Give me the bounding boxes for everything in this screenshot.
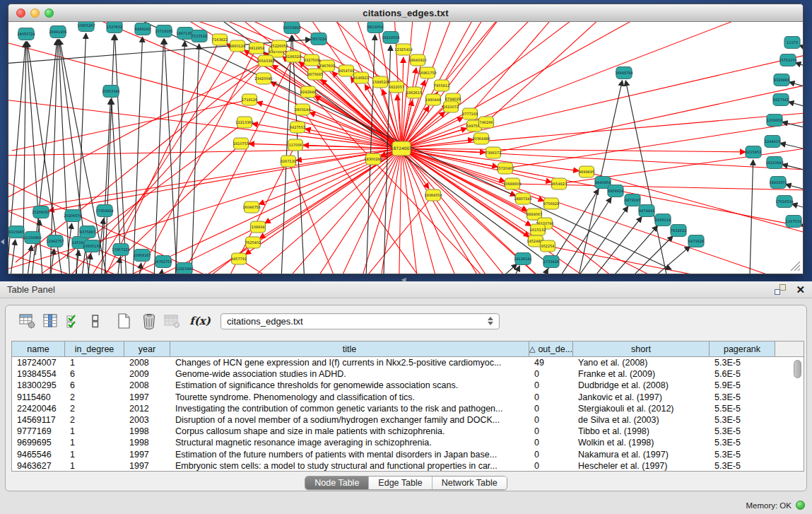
- cell-in-degree[interactable]: 1: [65, 460, 124, 472]
- cell-title[interactable]: Disruption of a novel member of a sodium…: [170, 414, 529, 426]
- column-header-name[interactable]: name: [12, 341, 65, 356]
- cell-year[interactable]: 2012: [124, 403, 170, 414]
- cell-title[interactable]: Corpus callosum shape and size in male p…: [170, 426, 529, 437]
- table-panel-titlebar[interactable]: Table Panel ✕: [0, 281, 812, 298]
- cell-name[interactable]: 9115460: [12, 392, 65, 403]
- cell-year[interactable]: 2009: [124, 368, 170, 380]
- table-row[interactable]: 911546021997Tourette syndrome. Phenomeno…: [12, 392, 804, 403]
- delete-trash-button[interactable]: [139, 311, 160, 331]
- vertical-scrollbar-thumb[interactable]: [794, 360, 801, 378]
- cell-in-degree[interactable]: 6: [65, 380, 124, 391]
- cell-in-degree[interactable]: 1: [65, 357, 124, 368]
- cell-in-degree[interactable]: 2: [65, 403, 124, 414]
- cell-in-degree[interactable]: 1: [65, 426, 124, 437]
- cell-title[interactable]: Structural magnetic resonance image aver…: [170, 437, 529, 448]
- cell-name[interactable]: 22420046: [12, 403, 65, 414]
- cell-name[interactable]: 18724007: [12, 357, 65, 368]
- cell-short[interactable]: Yano et al. (2008): [573, 357, 710, 368]
- cell-in-degree[interactable]: 2: [65, 414, 124, 426]
- select-columns-button[interactable]: [40, 311, 61, 331]
- cell-name[interactable]: 19384554: [12, 368, 65, 380]
- table-row[interactable]: 1830029562008Estimation of significance …: [12, 380, 804, 391]
- table-row[interactable]: 1872400712008Changes of HCN gene express…: [12, 357, 804, 368]
- cell-year[interactable]: 2008: [124, 357, 170, 368]
- cell-pagerank[interactable]: 5.6E-5: [710, 368, 775, 380]
- cell-pagerank[interactable]: 5.5E-5: [710, 403, 775, 414]
- cell-in-degree[interactable]: 1: [65, 449, 124, 460]
- cell-short[interactable]: Dudbridge et al. (2008): [573, 380, 710, 391]
- cell-short[interactable]: Franke et al. (2009): [573, 368, 710, 380]
- minimize-window-icon[interactable]: [30, 8, 40, 18]
- table-row[interactable]: 946554611997Estimation of the future num…: [12, 449, 804, 460]
- close-panel-icon[interactable]: ✕: [796, 284, 805, 295]
- function-builder-button[interactable]: f(x): [189, 311, 211, 331]
- cell-year[interactable]: 1998: [124, 437, 170, 448]
- cell-year[interactable]: 2003: [124, 414, 170, 426]
- cell-title[interactable]: Estimation of the future numbers of pati…: [170, 449, 529, 460]
- cell-year[interactable]: 1998: [124, 426, 170, 437]
- cell-short[interactable]: Tibbo et al. (1998): [573, 426, 710, 437]
- cell-out-de-[interactable]: 0: [529, 392, 573, 403]
- table-settings-button[interactable]: [17, 311, 38, 331]
- cell-title[interactable]: Estimation of significance thresholds fo…: [170, 380, 529, 391]
- column-header-pagerank[interactable]: pagerank: [710, 341, 775, 356]
- cell-out-de-[interactable]: 49: [529, 357, 573, 368]
- tab-edge-table[interactable]: Edge Table: [369, 477, 432, 489]
- column-header-out-de-[interactable]: △out_de...: [529, 341, 573, 356]
- cell-name[interactable]: 9777169: [12, 426, 65, 437]
- cell-short[interactable]: Nakamura et al. (1997): [573, 449, 710, 460]
- cell-out-de-[interactable]: 0: [529, 460, 573, 472]
- cell-out-de-[interactable]: 0: [529, 449, 573, 460]
- panel-collapse-arrow-icon[interactable]: [1, 239, 4, 245]
- delete-table-button-disabled[interactable]: [161, 311, 182, 331]
- cell-short[interactable]: de Silva et al. (2003): [573, 414, 710, 426]
- float-panel-icon[interactable]: [775, 284, 786, 295]
- new-table-button[interactable]: [113, 311, 134, 331]
- cell-short[interactable]: Wolkin et al. (1998): [573, 437, 710, 448]
- rows-button[interactable]: [85, 311, 106, 331]
- cell-title[interactable]: Changes of HCN gene expression and I(f) …: [170, 357, 529, 368]
- table-row[interactable]: 2242004622012Investigating the contribut…: [12, 403, 804, 414]
- column-header-title[interactable]: title: [170, 341, 529, 356]
- cell-out-de-[interactable]: 0: [529, 437, 573, 448]
- cell-in-degree[interactable]: 1: [65, 437, 124, 448]
- cell-pagerank[interactable]: 5.9E-5: [710, 380, 775, 391]
- cell-short[interactable]: Jankovic et al. (1997): [573, 392, 710, 403]
- cell-pagerank[interactable]: 5.3E-5: [710, 414, 775, 426]
- cell-short[interactable]: Stergiakouli et al. (2012): [573, 403, 710, 414]
- cell-out-de-[interactable]: 0: [529, 368, 573, 380]
- column-header-in-degree[interactable]: in_degree: [65, 341, 124, 356]
- zoom-window-icon[interactable]: [45, 8, 54, 18]
- table-selector[interactable]: citations_edges.txt: [220, 313, 500, 329]
- table-row[interactable]: 946362711997Embryonic stem cells: a mode…: [12, 460, 804, 472]
- cell-name[interactable]: 18300295: [12, 380, 65, 391]
- cell-pagerank[interactable]: 5.3E-5: [710, 460, 775, 472]
- cell-pagerank[interactable]: 5.3E-5: [710, 357, 775, 368]
- cell-out-de-[interactable]: 0: [529, 380, 573, 391]
- window-titlebar[interactable]: citations_edges.txt: [8, 4, 803, 22]
- cell-out-de-[interactable]: 0: [529, 426, 573, 437]
- cell-in-degree[interactable]: 6: [65, 368, 124, 380]
- tab-node-table[interactable]: Node Table: [305, 477, 369, 489]
- cell-title[interactable]: Genome-wide association studies in ADHD.: [170, 368, 529, 380]
- cell-title[interactable]: Embryonic stem cells: a model to study s…: [170, 460, 529, 472]
- cell-out-de-[interactable]: 0: [529, 403, 573, 414]
- tab-network-table[interactable]: Network Table: [433, 477, 507, 489]
- cell-name[interactable]: 9465546: [12, 449, 65, 460]
- cell-name[interactable]: 9463627: [12, 460, 65, 472]
- window-resize-grip[interactable]: [788, 259, 801, 271]
- table-row[interactable]: 1456911722003Disruption of a novel membe…: [12, 414, 804, 426]
- cell-title[interactable]: Investigating the contribution of common…: [170, 403, 529, 414]
- cell-short[interactable]: Hescheler et al. (1997): [573, 460, 710, 472]
- close-window-icon[interactable]: [16, 8, 25, 18]
- cell-year[interactable]: 1997: [124, 460, 170, 472]
- network-canvas-area[interactable]: 2405572426991406108552671527602646616010…: [8, 22, 803, 274]
- cell-year[interactable]: 2008: [124, 380, 170, 391]
- column-header-year[interactable]: year: [124, 341, 170, 356]
- table-row[interactable]: 969969511998Structural magnetic resonanc…: [12, 437, 804, 448]
- cell-title[interactable]: Tourette syndrome. Phenomenology and cla…: [170, 392, 529, 403]
- cell-out-de-[interactable]: 0: [529, 414, 573, 426]
- cell-pagerank[interactable]: 5.3E-5: [710, 437, 775, 448]
- cell-name[interactable]: 14569117: [12, 414, 65, 426]
- cell-pagerank[interactable]: 5.3E-5: [710, 392, 775, 403]
